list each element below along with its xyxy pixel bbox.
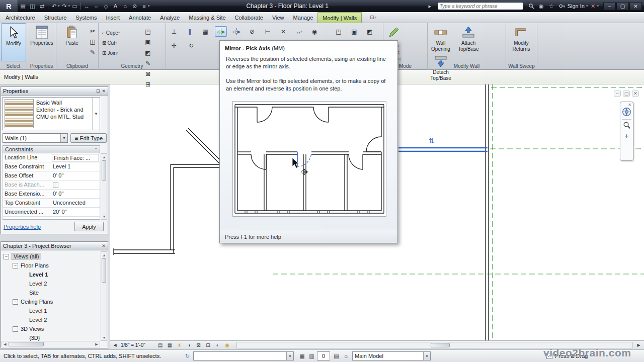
apply-button[interactable]: Apply bbox=[74, 222, 104, 231]
favorites-icon[interactable]: ☆ bbox=[546, 1, 556, 11]
editable-only-icon[interactable]: ▦ bbox=[298, 352, 306, 360]
visual-style-icon[interactable]: ▦ bbox=[166, 341, 174, 349]
ribbon-display-toggle[interactable]: ⊡ ▾ bbox=[367, 12, 379, 23]
split-element-icon[interactable]: ⊘ bbox=[246, 26, 258, 37]
tab-systems[interactable]: Systems bbox=[71, 12, 101, 23]
offset-icon[interactable]: ∥ bbox=[184, 26, 196, 37]
attach-top-base-button[interactable]: Attach Top/Base bbox=[455, 23, 481, 52]
scroll-left-arrow[interactable]: ◀ bbox=[111, 341, 119, 349]
print-icon[interactable]: ▭ bbox=[70, 2, 79, 11]
browser-close-icon[interactable]: ✕ bbox=[102, 243, 106, 248]
tree-item-floor-plans[interactable]: −Floor Plans bbox=[13, 261, 49, 270]
scrollbar-thumb[interactable] bbox=[102, 160, 106, 180]
palette-pin-icon[interactable]: ⊡ bbox=[96, 88, 100, 94]
delete-icon[interactable]: ✕ bbox=[277, 26, 289, 37]
design-options-icon[interactable]: ▤ bbox=[332, 352, 341, 360]
sync-icon[interactable]: ⇄ bbox=[37, 2, 47, 11]
create-assembly-icon[interactable]: ◩ bbox=[364, 26, 376, 37]
type-selector-dropdown-icon[interactable]: ▼ bbox=[92, 98, 100, 130]
infocenter-dropdown-icon[interactable]: ▾ bbox=[597, 4, 599, 8]
application-menu-button[interactable]: R bbox=[0, 0, 18, 12]
properties-palette-header[interactable]: Properties ⊡ ✕ bbox=[1, 87, 108, 96]
close-button[interactable]: ✕ bbox=[629, 2, 642, 11]
move-icon[interactable]: ✛ bbox=[168, 40, 180, 51]
base-is-attached-checkbox[interactable] bbox=[53, 183, 58, 188]
wall-opening-button[interactable]: Wall Opening bbox=[428, 23, 454, 52]
tab-manage[interactable]: Manage bbox=[289, 12, 318, 23]
open-icon[interactable]: ▤ bbox=[18, 2, 28, 11]
save-icon[interactable]: ◫ bbox=[28, 2, 37, 11]
scrollbar-thumb[interactable] bbox=[431, 343, 450, 347]
exchange-apps-icon[interactable]: ✕ bbox=[588, 1, 598, 11]
type-selector[interactable]: Basic Wall Exterior - Brick and CMU on M… bbox=[3, 97, 100, 130]
temporary-hide-isolate-icon[interactable]: ◐ bbox=[213, 341, 222, 349]
scrollbar-thumb[interactable] bbox=[9, 342, 44, 346]
properties-scrollbar[interactable]: ▲ ▼ bbox=[101, 153, 107, 220]
minimize-button[interactable]: – bbox=[603, 2, 616, 11]
collapse-icon[interactable]: − bbox=[4, 254, 9, 259]
sign-in-button[interactable]: Sign In bbox=[556, 3, 587, 9]
scrollbar-thumb[interactable] bbox=[102, 258, 106, 283]
reveal-hidden-elements-icon[interactable]: ◉ bbox=[223, 341, 231, 349]
tree-item-ceiling-level1[interactable]: Level 1 bbox=[29, 306, 47, 315]
tree-item-views[interactable]: −Views (all) bbox=[4, 252, 41, 261]
cope-button[interactable]: ⌐Cope▾ bbox=[101, 28, 121, 38]
tab-collaborate[interactable]: Collaborate bbox=[230, 12, 268, 23]
communication-center-icon[interactable]: ◉ bbox=[536, 1, 546, 11]
wall-joins-icon[interactable]: ▣ bbox=[142, 37, 154, 47]
align-icon[interactable]: ⊥ bbox=[168, 26, 180, 37]
tree-item-level1[interactable]: Level 1 bbox=[29, 270, 48, 279]
tab-structure[interactable]: Structure bbox=[40, 12, 71, 23]
text-icon[interactable]: A bbox=[111, 2, 120, 11]
unjoin-icon[interactable]: ⊞ bbox=[142, 79, 154, 89]
constraints-group-header[interactable]: Constraints ⌃ bbox=[3, 145, 100, 153]
modify-tool-button[interactable]: Modify bbox=[1, 23, 26, 61]
tab-massing-site[interactable]: Massing & Site bbox=[184, 12, 230, 23]
worksets-dropdown[interactable]: ▼ bbox=[193, 351, 294, 360]
rotate-icon[interactable]: ↻ bbox=[185, 40, 197, 51]
location-line-value[interactable]: Finish Face: ... bbox=[52, 154, 99, 161]
infocenter-collapse-icon[interactable]: ▸ bbox=[425, 2, 435, 11]
scroll-left-arrow[interactable]: ◀ bbox=[2, 341, 8, 347]
mirror-draw-axis-button[interactable]: ◁▶ bbox=[230, 26, 243, 37]
properties-help-link[interactable]: Properties help bbox=[4, 224, 41, 230]
scale-button[interactable]: 1/8" = 1'-0" bbox=[121, 342, 145, 348]
demolish-icon[interactable]: ⊠ bbox=[142, 68, 154, 79]
tab-modify-walls[interactable]: Modify | Walls bbox=[317, 12, 362, 23]
paste-button[interactable]: Paste bbox=[59, 23, 85, 46]
detail-level-icon[interactable]: ▤ bbox=[156, 341, 165, 349]
edit-profile-button[interactable] bbox=[383, 23, 405, 40]
collapse-icon[interactable]: − bbox=[13, 299, 18, 305]
pin-icon[interactable]: ◉ bbox=[308, 26, 320, 37]
maximize-button[interactable]: ▢ bbox=[616, 2, 629, 11]
beam-cutback-icon[interactable]: ◳ bbox=[142, 26, 154, 37]
collapse-icon[interactable]: − bbox=[13, 326, 18, 332]
worksets-icon[interactable]: ↻ bbox=[183, 352, 192, 360]
scroll-down-arrow[interactable]: ▼ bbox=[101, 334, 107, 340]
browser-vertical-scrollbar[interactable]: ▲ ▼ bbox=[101, 251, 107, 341]
properties-toggle-button[interactable]: Properties bbox=[29, 23, 54, 46]
measure-tool-icon[interactable]: ↔▾ bbox=[293, 26, 305, 37]
editing-requests-icon[interactable]: ▥ bbox=[307, 352, 316, 360]
create-similar-icon[interactable]: ▣ bbox=[348, 26, 360, 37]
tab-analyze[interactable]: Analyze bbox=[155, 12, 184, 23]
modify-returns-button[interactable]: Modify Returns bbox=[509, 23, 534, 52]
tag-icon[interactable]: ◇ bbox=[101, 2, 111, 11]
palette-close-icon[interactable]: ✕ bbox=[102, 88, 106, 94]
cut-geometry-button[interactable]: ⊠Cut▾ bbox=[101, 38, 121, 48]
view-close-icon[interactable]: ✕ bbox=[632, 90, 639, 97]
scroll-right-arrow[interactable]: ▶ bbox=[634, 341, 643, 349]
create-group-icon[interactable]: ◳ bbox=[333, 26, 345, 37]
requests-count-field[interactable]: 0 bbox=[317, 351, 330, 360]
tab-insert[interactable]: Insert bbox=[102, 12, 125, 23]
tab-annotate[interactable]: Annotate bbox=[124, 12, 155, 23]
project-browser-header[interactable]: Chapter 3 - Project Browser ✕ bbox=[1, 242, 108, 250]
mirror-pick-axis-button[interactable]: ◁▶ bbox=[215, 26, 227, 37]
scroll-up-arrow[interactable]: ▲ bbox=[101, 154, 107, 160]
group-collapse-icon[interactable]: ⌃ bbox=[94, 147, 98, 152]
design-options-dropdown[interactable]: Main Model ▼ bbox=[352, 351, 431, 360]
search-input[interactable] bbox=[440, 4, 521, 9]
tree-item-3d-views[interactable]: −3D Views bbox=[13, 324, 44, 333]
match-type-icon[interactable]: ✎ bbox=[87, 47, 99, 57]
scroll-up-arrow[interactable]: ▲ bbox=[101, 252, 107, 258]
